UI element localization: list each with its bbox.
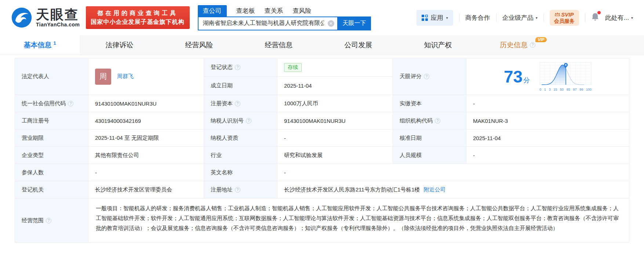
search-tab-risk[interactable]: 查风险 — [293, 5, 312, 17]
help-icon[interactable]: ? — [246, 118, 251, 124]
search-tab-company[interactable]: 查公司 — [198, 5, 227, 17]
score-unit: 分 — [523, 77, 530, 84]
org-code-value-cell: MAK01NUR-3 — [466, 112, 629, 129]
business-scope-label-cell: 经营范围 ? — [15, 198, 88, 242]
tab-label: 公司发展 — [345, 40, 372, 50]
field-value: - — [95, 169, 97, 176]
help-icon[interactable]: ? — [235, 101, 240, 106]
bell-curve-chart — [539, 62, 592, 86]
tick: 0 — [539, 88, 541, 91]
field-value: 长沙经济技术开发区人民东路211号东方韵动汇1号栋1楼 — [284, 186, 420, 193]
grid-icon — [422, 15, 428, 21]
tianyancha-logo[interactable]: 天眼查 TianYanCha.com — [11, 7, 80, 28]
approval-date-label-cell: 核准日期 — [393, 129, 466, 147]
chevron-down-icon: ▾ — [631, 16, 633, 20]
field-value: - — [473, 152, 475, 158]
tab-operating-risk[interactable]: 经营风险 — [159, 35, 239, 55]
tick: 100 — [586, 88, 592, 91]
account-menu[interactable]: 此处有... ▾ — [605, 14, 633, 22]
field-value: - — [284, 135, 286, 141]
reg-status-label-cell: 登记状态 ? — [204, 58, 277, 77]
english-name-label-cell: 英文名称 — [204, 164, 277, 181]
vip-badge: VIP — [535, 37, 547, 42]
tianyancha-logo-icon — [11, 7, 32, 28]
taxpayer-quals-value-cell: - — [277, 129, 393, 147]
field-value: - — [473, 101, 475, 107]
field-label: 实缴资本 — [400, 100, 422, 107]
reg-capital-label-cell: 注册资本 ? — [204, 95, 277, 112]
insured-count-value-cell: - — [88, 164, 204, 181]
slogan-line2: 国家中小企业发展子基金旗下机构 — [91, 18, 185, 26]
field-value: 2025-11-04 至 无固定期限 — [95, 135, 159, 142]
paid-capital-label-cell: 实缴资本 — [393, 95, 466, 112]
approval-date-value-cell: 2025-11-04 — [466, 129, 629, 147]
help-icon[interactable]: ? — [235, 187, 240, 193]
credit-code-value-cell: 91430100MAK01NUR3U — [88, 95, 204, 112]
tab-label: 经营风险 — [185, 40, 213, 50]
avatar[interactable]: 周 — [95, 69, 111, 85]
field-value: 研究和试验发展 — [284, 152, 323, 159]
field-label: 登记机关 — [22, 186, 44, 193]
divider — [585, 14, 585, 22]
field-label: 参保人数 — [22, 169, 44, 176]
tick: 50 — [560, 88, 564, 91]
help-icon[interactable]: ? — [46, 218, 51, 223]
search-tabs: 查公司 查老板 查关系 查风险 — [198, 5, 371, 17]
business-cooperation-label: 商务合作 — [465, 14, 490, 22]
help-icon[interactable]: ? — [235, 65, 240, 70]
nearby-companies-link[interactable]: 附近公司 — [424, 186, 446, 193]
apps-menu-button[interactable]: 应用 ▾ — [416, 10, 453, 26]
reg-address-value-cell: 长沙经济技术开发区人民东路211号东方韵动汇1号栋1楼 附近公司 — [277, 181, 629, 198]
search-button[interactable]: 天眼一下 — [338, 17, 371, 30]
english-name-value-cell: - — [277, 164, 629, 181]
enterprise-products-link[interactable]: 企业级产品 ▾ — [502, 14, 538, 22]
help-icon[interactable]: ? — [424, 74, 429, 79]
reg-authority-value-cell: 长沙经济技术开发区管理委员会 — [88, 181, 204, 198]
score-value-cell[interactable]: 73分 — [466, 58, 629, 95]
score-label-cell: 天眼评分 ? — [393, 58, 466, 95]
search-tab-boss[interactable]: 查老板 — [236, 5, 255, 17]
field-value: 2025-11-04 — [473, 135, 501, 141]
insured-count-label-cell: 参保人数 — [15, 164, 88, 181]
tab-history-info[interactable]: VIP 历史信息 ? — [478, 35, 557, 55]
tab-intellectual-property[interactable]: 知识产权 — [398, 35, 478, 55]
business-term-value-cell: 2025-11-04 至 无固定期限 — [88, 129, 204, 147]
est-date-label-cell: 成立日期 — [204, 77, 277, 95]
staff-size-label-cell: 人员规模 — [393, 147, 466, 164]
tab-company-development[interactable]: 公司发展 — [319, 35, 398, 55]
tab-label: 法律诉讼 — [106, 40, 134, 50]
field-label: 统一社会信用代码 — [22, 100, 66, 107]
search-input[interactable] — [198, 17, 338, 30]
reg-number-label-cell: 工商注册号 — [15, 112, 88, 129]
tab-label: 历史信息 — [500, 40, 528, 50]
reg-capital-value-cell: 1000万人民币 — [277, 95, 393, 112]
business-scope-value-cell: 一般项目：智能机器人的研发；服务消费机器人销售；工业机器人制造；智能机器人销售；… — [88, 198, 629, 242]
svip-membership-button[interactable]: SVIP 会员服务 — [550, 10, 579, 26]
help-icon[interactable]: ? — [68, 101, 73, 106]
field-label: 营业期限 — [22, 135, 44, 142]
enterprise-products-label: 企业级产品 — [502, 14, 534, 22]
notification-button[interactable] — [591, 12, 599, 23]
help-icon[interactable]: ? — [435, 118, 440, 124]
field-value: 91430100MAK01NUR3U — [95, 101, 157, 107]
business-cooperation-link[interactable]: 商务合作 — [465, 14, 490, 22]
tab-label: 知识产权 — [424, 40, 452, 50]
reg-number-value-cell: 430194000342169 — [88, 112, 204, 129]
search-tab-relation[interactable]: 查关系 — [265, 5, 283, 17]
tab-legal-litigation[interactable]: 法律诉讼 — [80, 35, 159, 55]
field-label: 英文名称 — [211, 169, 233, 176]
clear-icon[interactable]: ✕ — [328, 20, 334, 27]
legal-rep-link[interactable]: 周群飞 — [117, 73, 134, 80]
tab-basic-info[interactable]: 基本信息 1 — [0, 35, 80, 55]
tick: 3 — [549, 88, 551, 91]
divider — [459, 14, 459, 22]
industry-label-cell: 行业 — [204, 147, 277, 164]
slogan-line1: 都在用的商业查询工具 — [91, 9, 185, 18]
tab-label: 基本信息 — [23, 40, 51, 50]
tab-operating-info[interactable]: 经营信息 — [239, 35, 319, 55]
tab-count-badge: 1 — [53, 40, 56, 46]
help-icon[interactable]: ? — [530, 42, 535, 48]
chevron-down-icon: ▾ — [536, 16, 538, 20]
credit-code-label-cell: 统一社会信用代码 ? — [15, 95, 88, 112]
field-value: 1000万人民币 — [284, 100, 318, 107]
